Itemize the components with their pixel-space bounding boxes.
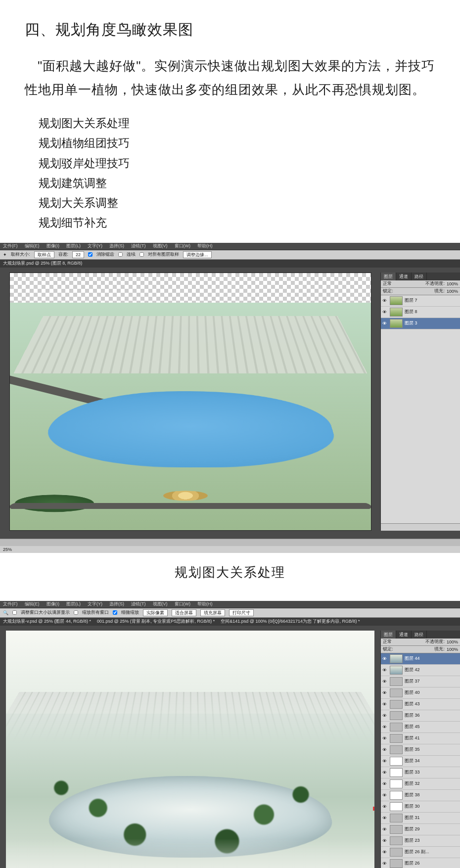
- blend-mode-select[interactable]: 正常: [383, 280, 423, 287]
- document-tab[interactable]: 大规划场景.psd @ 25% (图层 8, RGB/8): [3, 260, 82, 267]
- visibility-icon[interactable]: 👁: [381, 793, 388, 798]
- layer-row[interactable]: 👁图层 31: [381, 813, 460, 824]
- panel-tab[interactable]: 图层: [381, 631, 396, 639]
- visibility-icon[interactable]: 👁: [381, 736, 388, 741]
- panel-tab[interactable]: 路径: [412, 273, 427, 280]
- menu-item[interactable]: 文件(F): [3, 601, 18, 607]
- panel-tab[interactable]: 图层: [381, 273, 396, 280]
- menu-item[interactable]: 图像(I): [46, 601, 60, 607]
- layer-row[interactable]: 👁图层 3: [381, 318, 460, 329]
- visibility-icon[interactable]: 👁: [381, 656, 388, 661]
- layer-row[interactable]: 👁图层 26: [381, 858, 460, 868]
- zoom-all-checkbox[interactable]: [74, 610, 78, 615]
- visibility-icon[interactable]: 👁: [381, 861, 388, 866]
- document-tab[interactable]: 001.psd @ 25% (背景 副本, 专业景观PS思路解析, RGB/8)…: [97, 618, 215, 625]
- visibility-icon[interactable]: 👁: [381, 759, 388, 764]
- visibility-icon[interactable]: 👁: [381, 310, 388, 315]
- layer-row[interactable]: 👁图层 7: [381, 295, 460, 307]
- visibility-icon[interactable]: 👁: [381, 679, 388, 684]
- options-bar[interactable]: 🔍 调整窗口大小以满屏显示 缩放所有窗口 细微缩放 实际像素 适合屏幕 填充屏幕…: [0, 608, 460, 618]
- visibility-icon[interactable]: 👁: [381, 298, 388, 303]
- visibility-icon[interactable]: 👁: [381, 804, 388, 809]
- visibility-icon[interactable]: 👁: [381, 725, 388, 730]
- fill-screen-button[interactable]: 填充屏幕: [200, 609, 225, 616]
- menu-bar[interactable]: 文件(F)编辑(E)图像(I)图层(L)文字(Y)选择(S)滤镜(T)视图(V)…: [0, 601, 460, 608]
- fill-value[interactable]: 100%: [447, 289, 458, 294]
- layer-row[interactable]: 👁图层 44: [381, 653, 460, 665]
- document-tab[interactable]: 大规划场景-v.psd @ 25% (图层 44, RGB/8) *: [3, 618, 91, 625]
- menu-item[interactable]: 帮助(H): [197, 243, 213, 249]
- menu-item[interactable]: 文字(Y): [88, 601, 102, 607]
- menu-item[interactable]: 滤镜(T): [131, 601, 146, 607]
- menu-item[interactable]: 视图(V): [153, 601, 168, 607]
- visibility-icon[interactable]: 👁: [381, 781, 388, 786]
- visibility-icon[interactable]: 👁: [381, 702, 388, 707]
- panel-footer[interactable]: [381, 523, 460, 531]
- visibility-icon[interactable]: 👁: [381, 816, 388, 821]
- scrubby-zoom-checkbox[interactable]: [113, 610, 117, 615]
- document-tab[interactable]: 空间&141.psd @ 100% (0/[Q]/664321714为您 了解更…: [221, 618, 360, 625]
- visibility-icon[interactable]: 👁: [381, 747, 388, 752]
- sample-size-select[interactable]: 取样点: [34, 251, 54, 258]
- menu-item[interactable]: 文件(F): [3, 243, 18, 249]
- resize-window-checkbox[interactable]: [12, 610, 17, 615]
- layer-row[interactable]: 👁图层 23: [381, 835, 460, 847]
- opacity-value[interactable]: 100%: [447, 281, 458, 286]
- menu-item[interactable]: 编辑(E): [25, 243, 40, 249]
- fill-value[interactable]: 100%: [447, 647, 458, 652]
- layer-row[interactable]: 👁图层 33: [381, 767, 460, 778]
- layer-row[interactable]: 👁图层 43: [381, 699, 460, 710]
- menu-item[interactable]: 帮助(H): [197, 601, 213, 607]
- menu-item[interactable]: 窗口(W): [175, 601, 191, 607]
- canvas-viewport[interactable]: [6, 631, 374, 868]
- fit-screen-button[interactable]: 适合屏幕: [172, 609, 196, 616]
- layer-row[interactable]: 👁图层 32: [381, 778, 460, 790]
- menu-item[interactable]: 选择(S): [109, 601, 124, 607]
- layer-row[interactable]: 👁图层 40: [381, 687, 460, 699]
- visibility-icon[interactable]: 👁: [381, 668, 388, 673]
- menu-bar[interactable]: 文件(F)编辑(E)图像(I)图层(L)文字(Y)选择(S)滤镜(T)视图(V)…: [0, 243, 460, 250]
- layer-row[interactable]: 👁图层 36: [381, 710, 460, 722]
- actual-pixels-button[interactable]: 实际像素: [143, 609, 168, 616]
- menu-item[interactable]: 图像(I): [46, 243, 60, 249]
- visibility-icon[interactable]: 👁: [381, 713, 388, 718]
- tolerance-input[interactable]: 22: [72, 251, 84, 258]
- contiguous-checkbox[interactable]: [118, 252, 123, 257]
- menu-item[interactable]: 图层(L): [66, 601, 81, 607]
- layer-row[interactable]: 👁图层 41: [381, 733, 460, 744]
- layer-row[interactable]: 👁图层 42: [381, 665, 460, 676]
- visibility-icon[interactable]: 👁: [381, 770, 388, 775]
- layer-row[interactable]: 👁图层 37: [381, 676, 460, 687]
- refine-edge-button[interactable]: 调整边缘...: [183, 251, 212, 258]
- all-layers-checkbox[interactable]: [139, 252, 144, 257]
- layer-row[interactable]: 👁图层 26 副...: [381, 847, 460, 858]
- panel-tab[interactable]: 通道: [396, 631, 412, 639]
- menu-item[interactable]: 窗口(W): [175, 243, 191, 249]
- antialias-checkbox[interactable]: [88, 252, 92, 257]
- visibility-icon[interactable]: 👁: [381, 321, 388, 326]
- menu-item[interactable]: 编辑(E): [25, 601, 40, 607]
- panel-tab[interactable]: 通道: [396, 273, 412, 280]
- layer-row[interactable]: 👁图层 29: [381, 824, 460, 835]
- menu-item[interactable]: 滤镜(T): [131, 243, 146, 249]
- canvas-viewport[interactable]: [9, 273, 371, 531]
- layers-panel[interactable]: 图层通道路径 正常 不透明度: 100% 锁定: 填充: 100% 👁图层 7👁…: [380, 273, 460, 531]
- layer-row[interactable]: 👁图层 35: [381, 744, 460, 756]
- menu-item[interactable]: 图层(L): [66, 243, 81, 249]
- panel-tab[interactable]: 路径: [412, 631, 427, 639]
- layer-row[interactable]: 👁图层 34: [381, 756, 460, 767]
- visibility-icon[interactable]: 👁: [381, 690, 388, 695]
- print-size-button[interactable]: 打印尺寸: [229, 609, 254, 616]
- blend-mode-select[interactable]: 正常: [383, 639, 423, 645]
- menu-item[interactable]: 视图(V): [153, 243, 168, 249]
- visibility-icon[interactable]: 👁: [381, 838, 388, 843]
- horizontal-scrollbar[interactable]: [0, 539, 460, 546]
- layer-row[interactable]: 👁图层 38: [381, 790, 460, 801]
- visibility-icon[interactable]: 👁: [381, 827, 388, 832]
- visibility-icon[interactable]: 👁: [381, 850, 388, 855]
- menu-item[interactable]: 文字(Y): [88, 243, 102, 249]
- document-tab-bar[interactable]: 大规划场景-v.psd @ 25% (图层 44, RGB/8) *001.ps…: [0, 618, 460, 626]
- layer-row[interactable]: 👁图层 8: [381, 307, 460, 318]
- layer-row[interactable]: 👁图层 45: [381, 722, 460, 733]
- options-bar[interactable]: ✦ 取样大小: 取样点 容差: 22 消除锯齿 连续 对所有图层取样 调整边缘.…: [0, 250, 460, 260]
